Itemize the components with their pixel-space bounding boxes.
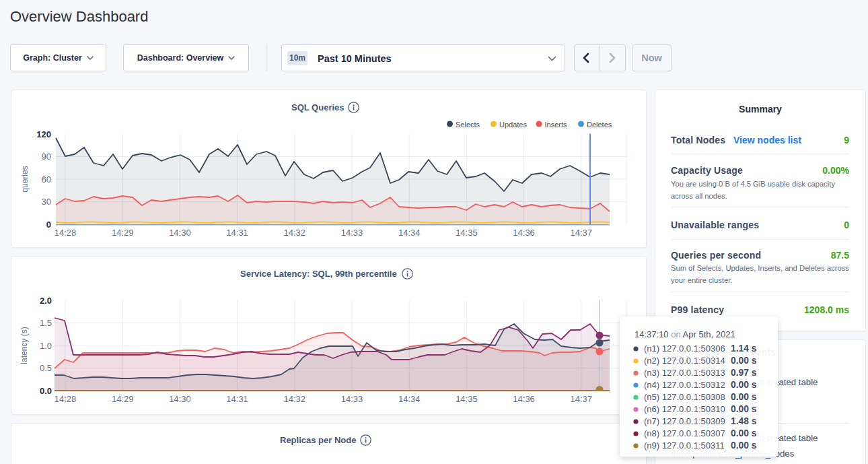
svg-text:Selects: Selects [456, 121, 480, 129]
svg-text:14:34: 14:34 [398, 394, 421, 404]
svg-text:14:28: 14:28 [55, 228, 77, 238]
svg-text:120: 120 [36, 129, 51, 139]
svg-text:Updates: Updates [499, 121, 527, 129]
svg-text:14:37: 14:37 [571, 228, 593, 238]
svg-text:0.0: 0.0 [40, 386, 52, 396]
svg-text:14:32: 14:32 [284, 394, 306, 404]
svg-text:14:29: 14:29 [112, 228, 134, 238]
svg-text:queries: queries [20, 166, 30, 192]
svg-text:1.0: 1.0 [40, 341, 52, 351]
svg-text:14:37: 14:37 [571, 394, 593, 404]
svg-text:2.0: 2.0 [40, 296, 52, 306]
svg-text:14:30: 14:30 [169, 394, 191, 404]
svg-text:14:36: 14:36 [513, 394, 535, 404]
svg-text:14:31: 14:31 [226, 394, 248, 404]
svg-text:14:31: 14:31 [226, 228, 248, 238]
svg-text:14:33: 14:33 [341, 394, 363, 404]
svg-text:60: 60 [42, 174, 51, 185]
svg-text:14:33: 14:33 [341, 228, 363, 238]
svg-text:14:35: 14:35 [456, 228, 478, 238]
svg-text:14:35: 14:35 [456, 394, 478, 404]
svg-text:Deletes: Deletes [587, 121, 612, 129]
svg-text:14:34: 14:34 [398, 228, 421, 238]
svg-text:14:29: 14:29 [112, 394, 134, 404]
svg-text:0.5: 0.5 [40, 363, 52, 373]
svg-text:1.5: 1.5 [40, 318, 52, 328]
svg-text:30: 30 [42, 197, 51, 207]
svg-text:14:32: 14:32 [284, 228, 306, 238]
svg-text:14:30: 14:30 [169, 228, 191, 238]
svg-text:14:28: 14:28 [55, 394, 77, 404]
svg-text:latency (s): latency (s) [20, 327, 29, 364]
svg-text:90: 90 [42, 152, 51, 162]
svg-text:0: 0 [46, 220, 51, 230]
svg-text:14:36: 14:36 [513, 228, 535, 238]
svg-text:Inserts: Inserts [545, 121, 568, 129]
